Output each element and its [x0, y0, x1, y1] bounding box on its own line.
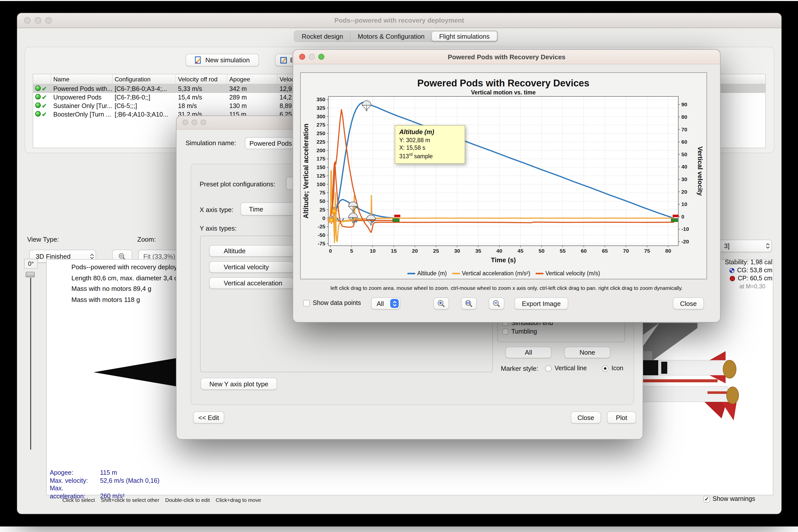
marker-style-option-icon[interactable]: Icon [602, 365, 623, 372]
y-axis-type-vertical-velocity[interactable]: Vertical velocity [209, 261, 294, 273]
svg-text:125: 125 [316, 173, 325, 178]
x-axis-type-label: X axis type: [200, 206, 233, 213]
close-icon[interactable] [183, 119, 188, 125]
rocket-nose-figure [93, 358, 179, 387]
window-title: Pods--powered with recovery deployment [17, 17, 781, 24]
column-header-Configuration[interactable]: Configuration [113, 74, 176, 84]
column-header-Apogee[interactable]: Apogee [227, 74, 277, 84]
radio-icon[interactable] [602, 365, 609, 372]
status-ok-icon [35, 111, 41, 116]
rocket-info-text: Pods--powered with recovery deploymentLe… [71, 262, 192, 305]
maximize-icon[interactable] [201, 119, 206, 125]
main-tabs: Rocket designMotors & ConfigurationFligh… [294, 30, 498, 42]
minimize-icon[interactable] [192, 119, 197, 125]
column-header-Velocity off rod[interactable]: Velocity off rod [176, 74, 227, 84]
svg-text:200: 200 [316, 148, 325, 153]
svg-text:80: 80 [665, 248, 671, 254]
edit-simulation-icon [280, 57, 287, 63]
tooltip-y: Y: 302,88 m [399, 137, 460, 145]
x-axis-type-dropdown[interactable]: Time [240, 203, 294, 215]
svg-text:50: 50 [320, 198, 325, 204]
view-type-value: 3D Finished [36, 252, 71, 260]
show-warnings-checkbox[interactable]: ✓ [704, 496, 710, 502]
stat-row: Max. velocity:52,6 m/s (Mach 0,16) [50, 477, 159, 485]
chart-area[interactable]: 05101520253035404550556065707580-75-50-2… [300, 72, 707, 279]
marker-option-label: Icon [612, 365, 623, 372]
new-simulation-label: New simulation [205, 56, 250, 64]
zoom-in-button[interactable] [433, 298, 449, 309]
burst-marker-icon [330, 207, 338, 215]
svg-text:30: 30 [454, 248, 460, 254]
plot-close-button[interactable]: Close [673, 298, 704, 309]
column-header-status[interactable] [33, 74, 51, 84]
new-simulation-button[interactable]: New simulation [185, 54, 259, 66]
plot-hint-text: left click drag to zoom area. mouse whee… [293, 285, 720, 291]
column-header-Name[interactable]: Name [51, 74, 113, 84]
svg-text:60: 60 [581, 248, 586, 254]
svg-text:40: 40 [496, 248, 502, 254]
marker-style-label: Marker style: [501, 365, 538, 372]
tab-rocket-design[interactable]: Rocket design [295, 31, 350, 41]
show-warnings-label: Show warnings [712, 495, 755, 502]
event-row[interactable]: Tumbling [502, 328, 537, 335]
status-ok-icon [35, 94, 41, 99]
y-axis-type-altitude[interactable]: Altitude [209, 245, 294, 257]
dialog-close-button[interactable]: Close [571, 412, 601, 423]
dialog-plot-button[interactable]: Plot [607, 412, 636, 423]
zoom-level-value: Fit (33,3%) [143, 252, 175, 260]
main-titlebar[interactable]: Pods--powered with recovery deployment [17, 13, 781, 28]
zoom-reset-button[interactable] [461, 298, 477, 309]
svg-text:225: 225 [316, 139, 325, 145]
svg-text:30: 30 [681, 176, 687, 182]
dialog-plot-label: Plot [616, 414, 627, 421]
export-image-button[interactable]: Export Image [514, 298, 568, 309]
cell: 15,4 m/s [176, 94, 227, 101]
tooltip-series: Altitude (m) [399, 128, 460, 137]
svg-text:75: 75 [644, 248, 650, 254]
new-simulation-icon [195, 56, 202, 64]
show-data-points-control[interactable]: Show data points [303, 299, 361, 306]
chevron-updown-icon [764, 240, 772, 252]
rotation-slider-track[interactable] [30, 278, 31, 450]
events-none-label: None [580, 349, 595, 356]
svg-text:Vertical velocity: Vertical velocity [696, 147, 704, 196]
marker-style-option-vertical-line[interactable]: Vertical line [545, 365, 587, 372]
plot-window: Powered Pods with Recovery Devices 05101… [293, 49, 721, 323]
rotation-slider-handle[interactable] [26, 272, 35, 277]
new-y-axis-button[interactable]: New Y axis plot type [201, 378, 277, 390]
statusbar-hints: Click to select Shift+click to select ot… [62, 497, 261, 503]
show-data-points-checkbox[interactable] [303, 300, 310, 306]
event-checkbox[interactable] [502, 328, 508, 335]
simulation-name-field[interactable]: Powered Pods w [245, 137, 294, 149]
svg-text:Time (s): Time (s) [491, 256, 516, 264]
cell: [C6-7;B6-0;;] [113, 94, 176, 101]
edit-back-button[interactable]: << Edit [193, 412, 224, 423]
tooltip-x: X: 15,58 s [399, 145, 460, 152]
show-warnings-control[interactable]: ✓ Show warnings [704, 495, 755, 502]
rotation-angle-field[interactable]: 0° [24, 259, 38, 269]
svg-text:Powered Pods with Recovery Dev: Powered Pods with Recovery Devices [417, 78, 589, 89]
chart-plot[interactable]: 05101520253035404550556065707580-75-50-2… [301, 73, 706, 279]
tab-motors-configuration[interactable]: Motors & Configuration [350, 31, 432, 41]
cell: Unpowered Pods [51, 94, 113, 101]
radio-icon[interactable] [545, 365, 551, 372]
plot-titlebar[interactable]: Powered Pods with Recovery Devices [293, 50, 720, 64]
chart-legend: Altitude (m)Vertical acceleration (m/s²)… [301, 270, 706, 276]
status-ok-icon [35, 85, 41, 91]
svg-text:350: 350 [316, 96, 325, 102]
svg-text:75: 75 [320, 190, 326, 195]
events-all-button[interactable]: All [505, 347, 551, 358]
zoom-out-button[interactable] [489, 298, 504, 309]
events-none-button[interactable]: None [564, 347, 611, 358]
tab-flight-simulations[interactable]: Flight simulations [432, 31, 497, 41]
svg-text:Altitude; Vertical acceleratio: Altitude; Vertical acceleration [302, 124, 310, 218]
svg-text:-75: -75 [318, 241, 326, 246]
cell: 342 m [227, 85, 277, 92]
svg-text:-50: -50 [318, 232, 325, 238]
svg-text:10: 10 [370, 248, 376, 254]
svg-text:150: 150 [316, 164, 325, 170]
view-type-label: View Type: [27, 235, 59, 243]
branch-dropdown[interactable]: All [371, 298, 400, 309]
svg-text:15: 15 [391, 248, 397, 254]
y-axis-type-vertical-acceleration[interactable]: Vertical acceleration [209, 277, 294, 289]
